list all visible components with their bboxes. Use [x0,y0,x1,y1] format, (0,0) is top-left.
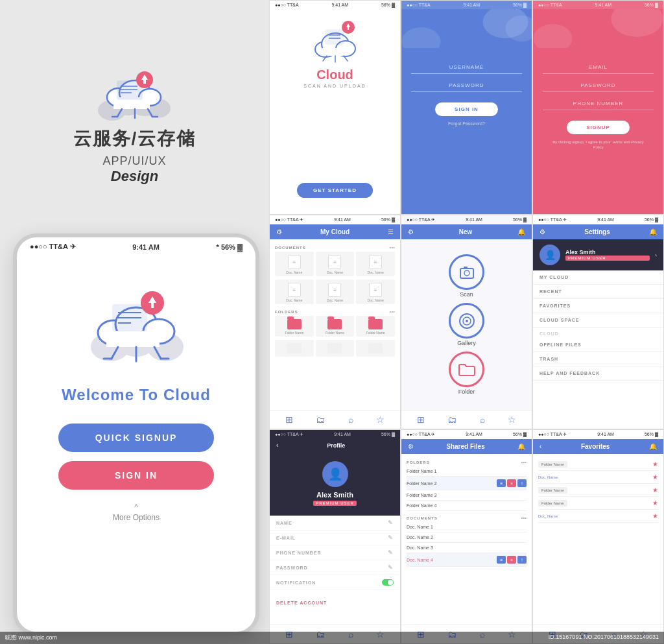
s3-terms-text: By clicking signup, I agree to your Term… [543,139,654,150]
s7-fields: NAME ✎ E-MAIL ✎ PHONE NUMBER ✎ PASSWORD … [270,516,400,625]
table-row[interactable]: Doc. Name 1 [407,522,527,532]
star-icon[interactable]: ★ [652,460,658,468]
s5-notification-icon[interactable]: 🔔 [517,228,525,235]
s4-settings-icon[interactable]: ⚙ [276,228,282,235]
quick-signup-button[interactable]: QUICK SIGNUP [58,423,214,452]
list-item[interactable]: ≡Doc. Name [316,252,355,276]
s8-settings-icon[interactable]: ⚙ [408,443,414,450]
gallery-label: Gallery [457,340,476,346]
settings-item-recent[interactable]: RECENT [533,285,663,299]
more-button[interactable]: ! [517,479,527,487]
s8-title: Shared Files [414,443,517,450]
s7-header: ‹ Profile [270,439,400,451]
big-phone-content: Welcome To Cloud QUICK SIGNUP SIGN IN ^ … [17,256,255,535]
sign-in-button[interactable]: SIGN IN [58,461,214,490]
more-options-section: ^ More Options [113,503,160,522]
s3-phone-field[interactable]: PHONE NUMBER [543,97,654,110]
nav-files-icon[interactable]: 🗂 [316,414,325,425]
edit-icon[interactable]: ✎ [388,534,394,541]
edit-button[interactable]: ≡ [497,556,506,564]
list-item[interactable]: Folder Name [356,316,395,337]
s4-folders-menu[interactable]: ••• [390,309,395,315]
s8-docs-menu[interactable]: ••• [521,515,527,521]
s7-profile-name: Alex Smith [316,491,353,499]
s2-signin-button[interactable]: SIGN IN [435,102,498,116]
list-item[interactable]: Doc. Name ★ [538,510,658,523]
delete-button[interactable]: × [507,479,516,487]
table-row[interactable]: Folder Name 1 [407,466,527,477]
table-row[interactable]: Folder Name 3 [407,490,527,501]
s6-profile-bar[interactable]: 👤 Alex Smith PREMIUM USER › [533,239,663,270]
list-item[interactable]: ≡Doc. Name [356,252,395,276]
list-item[interactable]: Folder Name ★ [538,458,658,471]
edit-icon[interactable]: ✎ [388,549,394,556]
table-row[interactable]: Doc. Name 3 [407,543,527,553]
settings-item-help[interactable]: HELP AND FEEDBACK [533,366,663,381]
s6-settings-icon[interactable]: ⚙ [540,228,545,235]
s3-password-field[interactable]: PASSWORD [543,79,654,92]
s2-forgot-text[interactable]: Forgot Password? [448,121,485,126]
screen-signup: ●●○○ TT&A 9:41 AM 56% ▓ EMAIL PASSWORD P… [532,0,664,215]
folder-action[interactable]: Folder [449,352,484,395]
s4-menu-icon[interactable]: ☰ [388,228,394,235]
scan-action[interactable]: Scan [449,254,484,298]
screen-signin: ●●○○ TT&A 9:41 AM 56% ▓ USERNAME PASSWOR… [401,0,532,215]
s5-settings-icon[interactable]: ⚙ [408,228,414,235]
star-icon[interactable]: ★ [652,486,658,494]
notification-toggle[interactable] [382,579,394,586]
s3-email-field[interactable]: EMAIL [543,61,654,74]
s3-signup-button[interactable]: SIGNUP [567,121,630,134]
list-item[interactable]: Folder Name [316,316,355,337]
list-item[interactable]: Folder Name ★ [538,497,658,510]
s4-docs-menu[interactable]: ••• [390,244,395,250]
folder-icon [458,363,476,377]
nav-star-icon[interactable]: ☆ [508,414,516,425]
s2-status-bar: ●●○○ TT&A 9:41 AM 56% ▓ [401,1,532,9]
table-row[interactable]: Doc. Name 4 ≡ × ! [407,553,527,567]
s2-username-field[interactable]: USERNAME [411,61,522,74]
star-icon[interactable]: ★ [652,512,658,519]
list-item[interactable]: ≡Doc. Name [316,280,355,304]
get-started-button[interactable]: GET STARTED [297,183,373,198]
folder-circle [449,352,484,387]
delete-account-button[interactable]: DELETE ACCOUNT [276,601,327,605]
s8-notification-icon[interactable]: 🔔 [517,443,525,450]
gallery-action[interactable]: Gallery [449,303,484,346]
list-item[interactable] [316,340,355,357]
s9-notification-icon[interactable]: 🔔 [649,443,657,450]
edit-icon[interactable]: ✎ [388,519,394,526]
nav-home-icon[interactable]: ⊞ [285,414,293,425]
list-item[interactable]: ≡Doc. Name [356,280,395,304]
settings-item-favorites[interactable]: FAVORITES [533,299,663,313]
list-item[interactable]: ≡Doc. Name [275,280,314,304]
list-item[interactable] [356,340,395,357]
list-item[interactable] [275,340,314,357]
s6-header: ⚙ Settings 🔔 [533,224,663,239]
settings-item-my-cloud[interactable]: MY CLOUD [533,270,663,285]
edit-button[interactable]: ≡ [497,479,506,487]
nav-search-icon[interactable]: ⌕ [348,414,353,425]
list-item[interactable]: Folder Name ★ [538,484,658,497]
edit-icon[interactable]: ✎ [388,564,394,571]
s8-folders-menu[interactable]: ••• [521,459,527,465]
delete-button[interactable]: × [507,556,516,564]
nav-search-icon[interactable]: ⌕ [480,414,485,425]
table-row[interactable]: Folder Name 2 ≡ × ! [407,477,527,490]
star-icon[interactable]: ★ [652,473,658,481]
settings-item-cloud-space[interactable]: CLOUD SPACE [533,313,663,328]
s6-notification-icon[interactable]: 🔔 [649,228,657,235]
nav-star-icon[interactable]: ☆ [376,414,385,425]
more-options-label[interactable]: More Options [113,513,160,522]
more-button[interactable]: ! [517,556,527,564]
settings-item-offline[interactable]: OFFLINE FILES [533,338,663,352]
list-item[interactable]: ≡Doc. Name [275,252,314,276]
star-icon[interactable]: ★ [652,499,658,507]
list-item[interactable]: Doc. Name ★ [538,471,658,484]
table-row[interactable]: Folder Name 4 [407,501,527,511]
settings-item-trash[interactable]: TRASH [533,352,663,366]
table-row[interactable]: Doc. Name 2 [407,532,527,543]
nav-files-icon[interactable]: 🗂 [447,414,456,425]
nav-home-icon[interactable]: ⊞ [417,414,425,425]
list-item[interactable]: Folder Name [275,316,314,337]
s2-password-field[interactable]: PASSWORD [411,79,522,92]
